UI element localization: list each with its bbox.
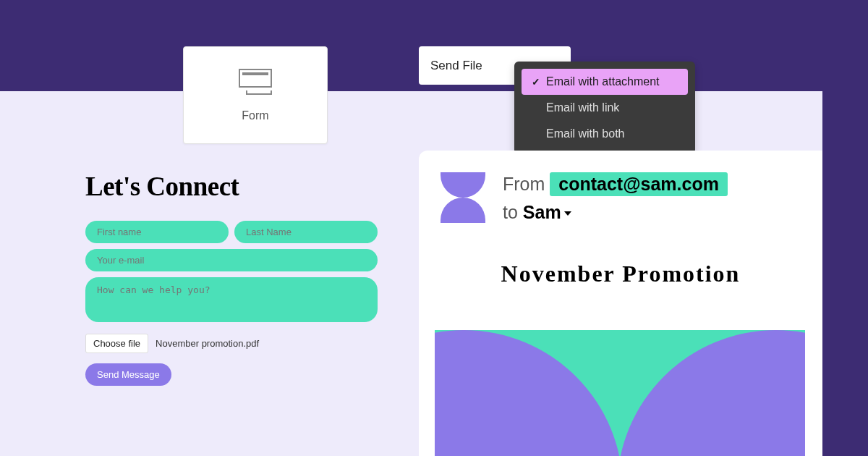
email-from-line: From contact@sam.com — [503, 172, 801, 196]
to-label: to — [503, 202, 518, 222]
form-icon — [239, 69, 272, 95]
dropdown-item-link[interactable]: Email with link — [522, 95, 688, 121]
dropdown-item-label: Email with both — [546, 127, 625, 140]
to-recipient-name[interactable]: Sam — [523, 202, 561, 222]
from-label: From — [503, 174, 545, 194]
right-background-band — [822, 0, 868, 456]
email-input[interactable] — [85, 249, 378, 271]
email-to-line: to Sam — [503, 202, 801, 223]
message-textarea[interactable] — [85, 277, 378, 322]
connect-form: Let's Connect Choose file November promo… — [85, 171, 378, 386]
dropdown-item-attachment[interactable]: ✓ Email with attachment — [522, 69, 688, 95]
chevron-down-icon[interactable] — [564, 211, 571, 216]
hourglass-icon — [441, 172, 485, 223]
selected-file-name: November promotion.pdf — [156, 338, 259, 349]
dropdown-item-both[interactable]: Email with both — [522, 121, 688, 147]
promotion-graphic — [435, 330, 805, 456]
check-icon: ✓ — [532, 76, 540, 88]
first-name-input[interactable] — [85, 221, 229, 243]
dropdown-item-label: Email with link — [546, 101, 619, 114]
connect-title: Let's Connect — [85, 171, 378, 202]
dropdown-item-label: Email with attachment — [546, 75, 660, 88]
form-type-card[interactable]: Form — [183, 46, 328, 144]
send-message-button[interactable]: Send Message — [85, 363, 171, 386]
from-email-address[interactable]: contact@sam.com — [550, 172, 728, 196]
email-preview-panel: From contact@sam.com to Sam November Pro… — [419, 151, 822, 456]
form-card-label: Form — [242, 109, 268, 122]
email-subject: November Promotion — [419, 261, 822, 287]
send-file-dropdown: ✓ Email with attachment Email with link … — [514, 62, 695, 154]
last-name-input[interactable] — [234, 221, 378, 243]
choose-file-button[interactable]: Choose file — [85, 334, 148, 353]
send-file-label: Send File — [430, 59, 482, 73]
